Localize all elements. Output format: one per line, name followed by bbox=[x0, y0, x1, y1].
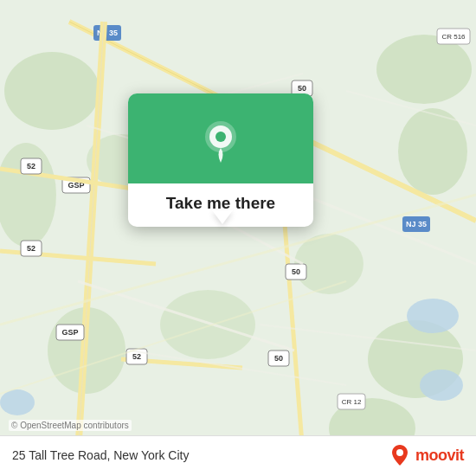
svg-point-1 bbox=[4, 52, 100, 130]
svg-text:CR 12: CR 12 bbox=[342, 398, 362, 406]
svg-text:50: 50 bbox=[292, 267, 300, 276]
svg-text:GSP: GSP bbox=[61, 328, 78, 337]
svg-text:52: 52 bbox=[27, 162, 35, 170]
moovit-pin-icon bbox=[388, 443, 412, 467]
svg-text:52: 52 bbox=[132, 352, 141, 361]
svg-point-2 bbox=[376, 35, 472, 104]
svg-point-12 bbox=[420, 370, 463, 401]
location-pin-icon bbox=[197, 118, 244, 164]
svg-point-60 bbox=[396, 449, 403, 456]
popup-icon-area bbox=[128, 93, 313, 183]
popup-card[interactable]: Take me there bbox=[128, 93, 313, 227]
svg-point-59 bbox=[215, 132, 226, 142]
copyright-text: © OpenStreetMap contributors bbox=[9, 420, 132, 431]
map-background: NJ 35 NJ 35 CR 516 GSP GSP 52 52 52 50 5… bbox=[0, 0, 476, 476]
svg-point-9 bbox=[160, 290, 255, 359]
svg-text:52: 52 bbox=[27, 244, 35, 253]
popup-tail bbox=[212, 210, 233, 224]
bottom-bar: 25 Tall Tree Road, New York City moovit bbox=[0, 435, 476, 476]
svg-text:50: 50 bbox=[274, 354, 283, 363]
moovit-logo[interactable]: moovit bbox=[388, 443, 464, 467]
svg-point-11 bbox=[407, 299, 459, 333]
moovit-text: moovit bbox=[415, 447, 464, 465]
svg-text:CR 516: CR 516 bbox=[441, 33, 466, 41]
address-text: 25 Tall Tree Road, New York City bbox=[12, 448, 189, 462]
svg-text:50: 50 bbox=[298, 84, 306, 93]
svg-text:NJ 35: NJ 35 bbox=[406, 220, 427, 228]
svg-point-13 bbox=[0, 389, 35, 415]
map-container: NJ 35 NJ 35 CR 516 GSP GSP 52 52 52 50 5… bbox=[0, 0, 476, 476]
